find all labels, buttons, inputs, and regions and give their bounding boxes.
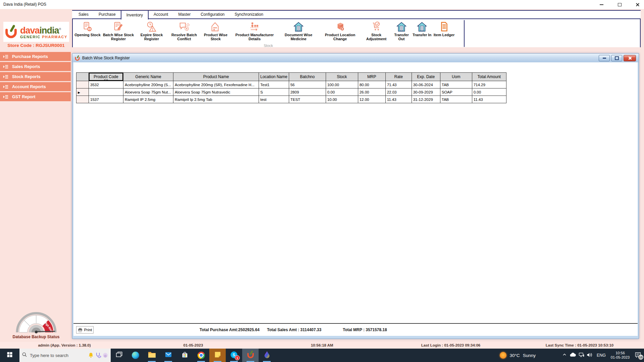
row-selector-header: [76, 73, 89, 81]
cell-rate[interactable]: 71.43: [385, 81, 412, 88]
start-button[interactable]: [0, 349, 19, 362]
cell-stock[interactable]: 10.00: [326, 96, 358, 103]
cell-rate[interactable]: 22.03: [385, 88, 412, 96]
table-row[interactable]: 3532Acebrophylline 200mg (S...Acebrophyl…: [76, 81, 506, 88]
cell-uom[interactable]: TAB: [440, 96, 472, 103]
cell-location-name[interactable]: S: [259, 88, 289, 96]
cell-stock[interactable]: 100.00: [326, 81, 358, 88]
cell-exp-date[interactable]: 30-09-2029: [412, 88, 440, 96]
network-button[interactable]: [577, 349, 586, 362]
table-row[interactable]: 1537Ramipril IP 2.5mgRamipril Ip 2.5mg T…: [76, 96, 506, 103]
cell-batchno[interactable]: 2809: [289, 88, 326, 96]
menu-tabstrip: SalesPurchaseInventoryAccountMasterConfi…: [72, 10, 641, 18]
maximize-icon: [615, 56, 619, 60]
cell-total-amount[interactable]: 714.29: [472, 81, 506, 88]
taskbar-file-explorer-button[interactable]: [144, 349, 160, 362]
search-input[interactable]: Type here to search: [19, 349, 111, 362]
maximize-button[interactable]: [615, 1, 624, 8]
column-header-product-code[interactable]: Product Code53: [89, 73, 123, 81]
row-selector-cell[interactable]: [76, 81, 89, 88]
column-header-uom[interactable]: Uom: [440, 73, 472, 81]
cell-batchno[interactable]: TEST: [289, 96, 326, 103]
table-row[interactable]: ▶53Aloevera Soap 75gm Nut...Aloevera Soa…: [76, 88, 506, 96]
tab-synchronization[interactable]: Synchronization: [230, 11, 268, 18]
taskbar-edge-button[interactable]: [127, 349, 144, 362]
column-header-stock[interactable]: Stock: [326, 73, 358, 81]
ribbon-panel: Stock Opening StockBatch Wise Stock Regi…: [72, 18, 641, 49]
speaker-icon: [586, 352, 593, 359]
column-header-location-name[interactable]: Location Name: [259, 73, 289, 81]
taskbar-paint-3d-button[interactable]: [259, 349, 275, 362]
sidebar-item-purchase-reports[interactable]: Purchase Reports: [0, 52, 71, 61]
cell-batchno[interactable]: 56: [289, 81, 326, 88]
location-change-icon: [334, 21, 346, 33]
report-window-titlebar[interactable]: Batch Wise Stock Register: [72, 54, 639, 62]
cell-uom[interactable]: SOAP: [440, 88, 472, 96]
cell-location-name[interactable]: Test1: [259, 81, 289, 88]
column-header-rate[interactable]: Rate: [385, 73, 412, 81]
cell-mrp[interactable]: 26.00: [358, 88, 385, 96]
cell-total-amount[interactable]: 0.00: [472, 88, 506, 96]
onedrive-button[interactable]: [569, 349, 577, 362]
tab-inventory[interactable]: Inventory: [121, 10, 149, 19]
language-indicator[interactable]: ENG: [597, 353, 606, 358]
report-close-button[interactable]: [624, 55, 636, 61]
tab-configuration[interactable]: Configuration: [196, 11, 229, 18]
store-code-label: Store Code : RGJSUR0001: [0, 43, 72, 48]
sidebar-item-gst-report[interactable]: GST Report: [0, 92, 71, 101]
taskbar-skype-button[interactable]: S1: [226, 349, 242, 362]
cell-product-code[interactable]: 53: [89, 88, 123, 96]
column-header-product-name[interactable]: Product Name: [173, 73, 259, 81]
row-selector-cell[interactable]: [76, 96, 89, 103]
row-selector-cell[interactable]: ▶: [76, 88, 89, 96]
taskbar-dava-pos-button[interactable]: [242, 349, 259, 362]
cell-total-amount[interactable]: 11.43: [472, 96, 506, 103]
cell-stock[interactable]: 0.00: [326, 88, 358, 96]
sidebar-item-stock-reports[interactable]: Stock Reports: [0, 72, 71, 81]
volume-button[interactable]: [586, 349, 594, 362]
cell-product-code[interactable]: 1537: [89, 96, 123, 103]
cell-generic-name[interactable]: Acebrophylline 200mg (S...: [123, 81, 173, 88]
column-header-exp-date[interactable]: Exp. Date: [412, 73, 440, 81]
cell-product-name[interactable]: Acebrophylline 200mg (SR), Fexofenadine …: [173, 81, 259, 88]
notification-center-button[interactable]: 13: [632, 349, 644, 362]
restore-icon: [618, 3, 622, 6]
report-minimize-button[interactable]: [599, 55, 610, 61]
column-header-mrp[interactable]: MRP: [358, 73, 385, 81]
cell-uom[interactable]: TAB: [440, 81, 472, 88]
column-header-total-amount[interactable]: Total Amount: [472, 73, 506, 81]
cell-product-name[interactable]: Ramipril Ip 2.5mg Tab: [173, 96, 259, 103]
weather-widget[interactable]: 30°C Sunny: [500, 352, 535, 359]
tab-sales[interactable]: Sales: [73, 11, 94, 18]
taskbar-sticky-notes-button[interactable]: [209, 349, 226, 362]
column-header-batchno[interactable]: Batchno: [289, 73, 326, 81]
taskbar-store-button[interactable]: [176, 349, 193, 362]
show-hidden-icons-button[interactable]: [560, 349, 569, 362]
sidebar-item-account-reports[interactable]: Account Reports: [0, 82, 71, 91]
report-maximize-button[interactable]: [611, 55, 622, 61]
cell-mrp[interactable]: 80.00: [358, 81, 385, 88]
taskbar-clock[interactable]: 10:56 01-05-2023: [608, 351, 632, 360]
cell-exp-date[interactable]: 31-12-2029: [412, 96, 440, 103]
cell-generic-name[interactable]: Aloevera Soap 75gm Nut...: [123, 88, 173, 96]
close-button[interactable]: [633, 1, 642, 8]
taskbar-chrome-button[interactable]: [193, 349, 209, 362]
column-header-generic-name[interactable]: Generic Name: [123, 73, 173, 81]
print-button[interactable]: Print: [76, 326, 94, 334]
cell-location-name[interactable]: test: [259, 96, 289, 103]
cell-exp-date[interactable]: 30-06-2024: [412, 81, 440, 88]
tab-master[interactable]: Master: [173, 11, 196, 18]
tab-purchase[interactable]: Purchase: [94, 11, 121, 18]
minimize-button[interactable]: [597, 1, 606, 8]
cell-product-code[interactable]: 3532: [89, 81, 123, 88]
cell-generic-name[interactable]: Ramipril IP 2.5mg: [123, 96, 173, 103]
cell-product-name[interactable]: Aloevera Soap 75gm Nutravedic: [173, 88, 259, 96]
transfer-out-icon: [396, 21, 407, 33]
current-row-arrow-icon: ▶: [78, 91, 80, 94]
sidebar-item-sales-reports[interactable]: Sales Reports: [0, 62, 71, 71]
taskbar-task-view-button[interactable]: [111, 349, 127, 362]
tab-account[interactable]: Account: [149, 11, 173, 18]
taskbar-mail-button[interactable]: [160, 349, 176, 362]
cell-rate[interactable]: 11.43: [385, 96, 412, 103]
cell-mrp[interactable]: 12.00: [358, 96, 385, 103]
